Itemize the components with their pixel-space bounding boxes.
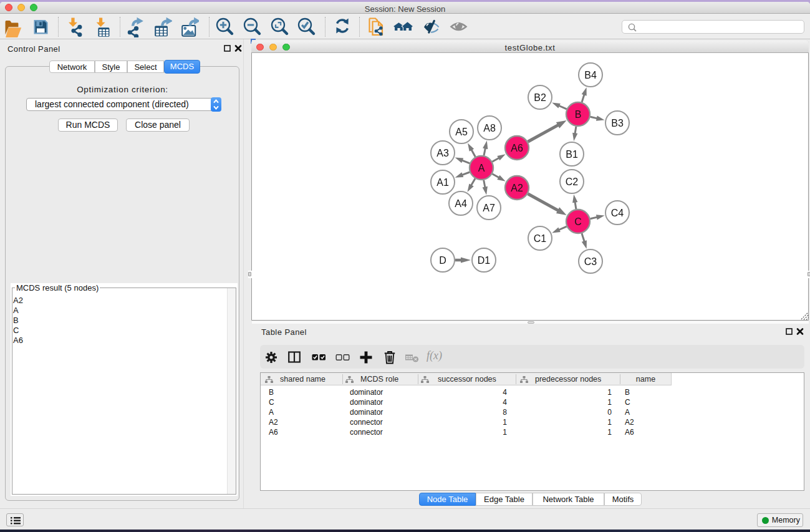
svg-text:D: D [439, 255, 446, 266]
svg-text:C1: C1 [534, 233, 547, 244]
svg-text:D1: D1 [478, 255, 491, 266]
svg-text:A: A [478, 163, 485, 173]
svg-text:A6: A6 [511, 143, 523, 153]
svg-text:C3: C3 [584, 256, 597, 267]
svg-text:C2: C2 [566, 177, 579, 187]
svg-text:A3: A3 [436, 148, 449, 158]
svg-text:A7: A7 [483, 203, 495, 213]
svg-text:A2: A2 [511, 183, 523, 193]
svg-text:B1: B1 [566, 149, 578, 160]
svg-text:A4: A4 [455, 198, 467, 209]
svg-text:A5: A5 [455, 127, 468, 137]
svg-text:C: C [574, 216, 582, 227]
svg-text:C4: C4 [611, 208, 624, 218]
svg-text:A1: A1 [436, 177, 449, 188]
svg-text:B: B [575, 109, 582, 120]
svg-text:A8: A8 [483, 123, 496, 133]
svg-text:B2: B2 [534, 92, 546, 103]
svg-text:B3: B3 [611, 118, 624, 128]
svg-text:B4: B4 [584, 70, 597, 80]
